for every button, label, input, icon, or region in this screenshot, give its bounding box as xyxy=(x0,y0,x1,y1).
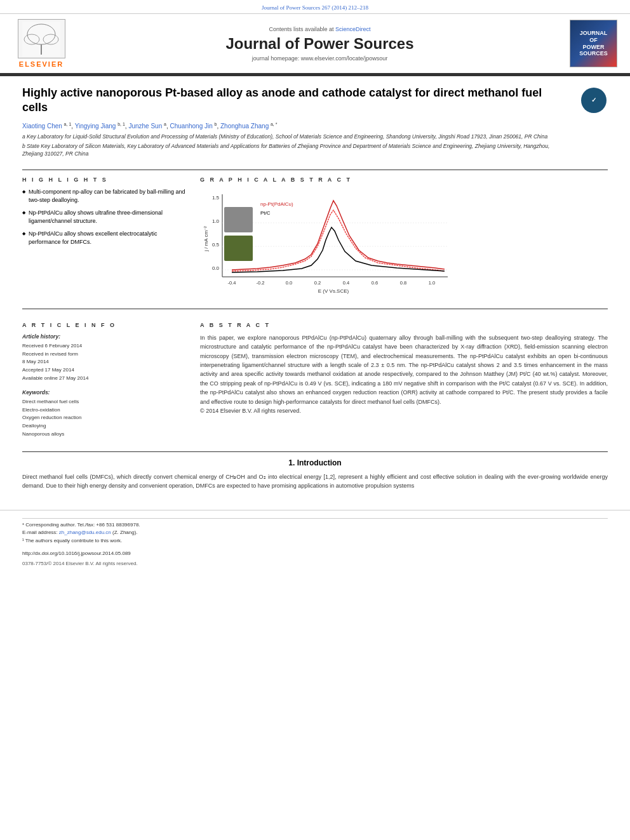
journal-cover-image: JOURNALOFPOWERSOURCES xyxy=(570,20,617,67)
affiliations: a Key Laboratory for Liquid-Solid Struct… xyxy=(22,133,570,158)
equal-contribution-note: ¹ The authors equally contribute to this… xyxy=(22,537,608,545)
keyword-3: Oxygen reduction reaction xyxy=(22,414,187,422)
history-label: Article history: xyxy=(22,333,187,340)
keyword-1: Direct methanol fuel cells xyxy=(22,398,187,406)
science-direct-link[interactable]: ScienceDirect xyxy=(335,26,371,32)
email-note: E-mail address: zh_zhang@sdu.edu.cn (Z. … xyxy=(22,529,608,537)
keywords-label: Keywords: xyxy=(22,389,187,396)
svg-text:0.6: 0.6 xyxy=(372,280,378,286)
svg-text:0.4: 0.4 xyxy=(343,280,349,286)
svg-text:0.5: 0.5 xyxy=(212,242,220,248)
article-info-heading: A R T I C L E I N F O xyxy=(22,322,187,328)
highlights-column: H I G H L I G H T S Multi-component np-a… xyxy=(22,177,187,302)
copyright-line: © 2014 Elsevier B.V. All rights reserved… xyxy=(200,406,608,415)
contents-available-line: Contents lists available at ScienceDirec… xyxy=(76,26,563,32)
introduction-title: 1. Introduction xyxy=(22,458,608,467)
corresponding-author-note: * Corresponding author. Tel./fax: +86 53… xyxy=(22,521,608,530)
title-block: Highly active nanoporous Pt-based alloy … xyxy=(22,86,570,158)
journal-homepage: journal homepage: www.elsevier.com/locat… xyxy=(76,55,563,62)
highlight-item-3: Np-PtPdAlCu alloy shows excellent electr… xyxy=(22,230,187,247)
footer-notes: * Corresponding author. Tel./fax: +86 53… xyxy=(22,521,608,545)
journal-header: ELSEVIER Contents lists available at Sci… xyxy=(0,14,630,75)
svg-text:0.0: 0.0 xyxy=(212,265,220,271)
journal-center-info: Contents lists available at ScienceDirec… xyxy=(70,26,570,62)
revised-label: Received in revised form xyxy=(22,350,187,359)
keyword-2: Electro-oxidation xyxy=(22,406,187,415)
graphical-abstract-heading: G R A P H I C A L A B S T R A C T xyxy=(200,177,608,183)
abstract-body-text: In this paper, we explore nanoporous PtP… xyxy=(200,333,608,406)
crossmark-circle: ✓ xyxy=(581,88,607,113)
journal-reference: Journal of Power Sources 267 (2014) 212–… xyxy=(262,4,368,11)
highlights-heading: H I G H L I G H T S xyxy=(22,177,187,183)
accepted-date: Accepted 17 May 2014 xyxy=(22,366,187,375)
article-content: Highly active nanoporous Pt-based alloy … xyxy=(0,76,630,500)
article-info-column: A R T I C L E I N F O Article history: R… xyxy=(22,322,187,445)
crossmark-logo: ✓ xyxy=(579,86,608,114)
svg-text:1.0: 1.0 xyxy=(212,218,220,224)
article-history: Article history: Received 6 February 201… xyxy=(22,333,187,383)
article-title-section: Highly active nanoporous Pt-based alloy … xyxy=(22,86,608,163)
journal-title-text: Journal of Power Sources xyxy=(76,35,563,53)
abstract-column: A B S T R A C T In this paper, we explor… xyxy=(200,322,608,445)
highlight-item-1: Multi-component np-alloy can be fabricat… xyxy=(22,188,187,205)
graphical-abstract-column: G R A P H I C A L A B S T R A C T 1.5 1.… xyxy=(200,177,608,302)
author-email-link[interactable]: zh_zhang@sdu.edu.cn xyxy=(59,530,111,535)
svg-text:1.0: 1.0 xyxy=(429,280,435,286)
elsevier-brand-text: ELSEVIER xyxy=(19,60,64,68)
svg-text:1.5: 1.5 xyxy=(212,195,220,201)
article-title: Highly active nanoporous Pt-based alloy … xyxy=(22,86,570,116)
article-info-abstract-section: A R T I C L E I N F O Article history: R… xyxy=(22,316,608,452)
article-footer: * Corresponding author. Tel./fax: +86 53… xyxy=(0,510,630,573)
doi-link[interactable]: http://dx.doi.org/10.1016/j.jpowsour.201… xyxy=(22,550,131,556)
online-date: Available online 27 May 2014 xyxy=(22,375,187,383)
keywords-section: Keywords: Direct methanol fuel cells Ele… xyxy=(22,389,187,439)
elsevier-logo-section: ELSEVIER xyxy=(13,19,70,68)
highlight-item-2: Np-PtPdAlCu alloy shows ultrafine three-… xyxy=(22,209,187,226)
svg-rect-27 xyxy=(224,236,253,261)
keyword-4: Dealloying xyxy=(22,422,187,430)
svg-text:-0.2: -0.2 xyxy=(257,280,265,286)
svg-text:np-Pt(PdAlCu): np-Pt(PdAlCu) xyxy=(260,201,293,207)
graphical-abstract-chart: 1.5 1.0 0.5 0.0 j / mA cm⁻² -0.4 -0.2 0.… xyxy=(200,188,608,302)
top-bar: Journal of Power Sources 267 (2014) 212–… xyxy=(0,0,630,14)
issn-line: 0378-7753/© 2014 Elsevier B.V. All right… xyxy=(22,561,608,566)
abstract-heading: A B S T R A C T xyxy=(200,322,608,328)
keyword-5: Nanoporous alloys xyxy=(22,430,187,439)
introduction-section: 1. Introduction Direct methanol fuel cel… xyxy=(22,458,608,491)
svg-text:0.0: 0.0 xyxy=(286,280,292,286)
svg-text:j / mA cm⁻²: j / mA cm⁻² xyxy=(203,226,209,252)
svg-text:0.2: 0.2 xyxy=(314,280,321,286)
footer-divider xyxy=(22,518,608,519)
svg-text:E (V Vs.SCE): E (V Vs.SCE) xyxy=(318,288,349,294)
revised-date: 8 May 2014 xyxy=(22,358,187,366)
svg-rect-26 xyxy=(224,207,253,232)
authors-line: Xiaoting Chen a, 1, Yingying Jiang b, 1,… xyxy=(22,122,570,130)
received-date: Received 6 February 2014 xyxy=(22,342,187,350)
svg-text:0.8: 0.8 xyxy=(400,280,406,286)
introduction-text: Direct methanol fuel cells (DMFCs), whic… xyxy=(22,472,608,491)
svg-text:Pt/C: Pt/C xyxy=(260,210,271,216)
highlights-graphical-section: H I G H L I G H T S Multi-component np-a… xyxy=(22,170,608,309)
svg-text:-0.4: -0.4 xyxy=(228,280,236,286)
highlights-list: Multi-component np-alloy can be fabricat… xyxy=(22,188,187,247)
elsevier-tree-image xyxy=(18,19,65,58)
